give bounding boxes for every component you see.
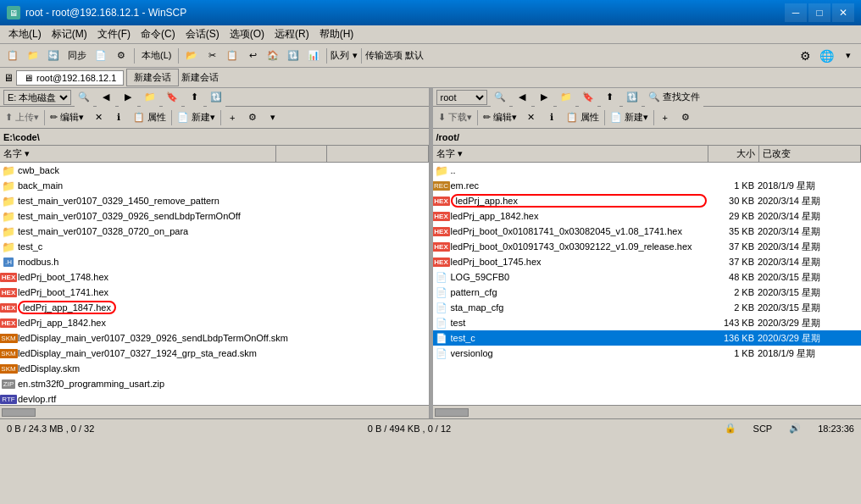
maximize-button[interactable]: □ xyxy=(808,3,830,22)
menu-remote[interactable]: 远程(R) xyxy=(269,25,314,43)
left-upload-btn[interactable]: ⬆ 上传▾ xyxy=(2,108,42,127)
right-icon2[interactable]: ⚙ xyxy=(676,108,695,127)
list-item[interactable]: 📄versionlog1 KB2018/1/9 星期 xyxy=(433,346,862,361)
list-item[interactable]: HEXledPrj_app.hex30 KB2020/3/14 星期 xyxy=(433,193,862,208)
list-item[interactable]: 📄pattern_cfg2 KB2020/3/15 星期 xyxy=(433,285,862,300)
list-item[interactable]: 📁back_main xyxy=(0,178,429,193)
left-nav-fwd[interactable]: ▶ xyxy=(119,88,137,107)
tb-icon4[interactable]: 📄 xyxy=(92,47,110,65)
right-up-btn[interactable]: ⬆ xyxy=(601,88,619,107)
right-home-btn[interactable]: 📁 xyxy=(557,88,575,107)
list-item[interactable]: 📄LOG_59CFB048 KB2020/3/15 星期 xyxy=(433,269,862,285)
right-scroll-h[interactable] xyxy=(433,405,862,418)
left-scroll-h[interactable] xyxy=(0,405,429,418)
left-up-btn[interactable]: ⬆ xyxy=(185,88,203,107)
right-file-list[interactable]: 📁..RECem.rec1 KB2018/1/9 星期HEXledPrj_app… xyxy=(433,163,862,405)
list-item[interactable]: HEXledPrj_boot_1748.hex xyxy=(0,269,429,285)
list-item[interactable]: SKMledDisplay_main_ver0107_0327_1924_grp… xyxy=(0,346,429,361)
right-nav-fwd[interactable]: ▶ xyxy=(535,88,553,107)
tb-icon8[interactable]: 📋 xyxy=(223,47,242,65)
list-item[interactable]: SKMledDisplay.skm xyxy=(0,361,429,376)
left-file-list[interactable]: 📁cwb_back📁back_main📁test_main_ver0107_03… xyxy=(0,163,429,405)
left-nav-btn[interactable]: ◀ xyxy=(97,88,115,107)
menu-mark[interactable]: 标记(M) xyxy=(47,25,92,43)
left-new-btn[interactable]: 📄 新建▾ xyxy=(174,108,219,127)
close-button[interactable]: ✕ xyxy=(832,3,854,22)
list-item[interactable]: HEXledPrj_app_1842.hex29 KB2020/3/14 星期 xyxy=(433,208,862,224)
right-del-btn[interactable]: ✕ xyxy=(522,108,541,127)
right-col-size[interactable]: 大小 xyxy=(708,146,759,162)
left-home-btn[interactable]: 📁 xyxy=(141,88,159,107)
tb-icon7[interactable]: ✂ xyxy=(203,47,221,65)
list-item[interactable]: ZIPen.stm32f0_programming_usart.zip xyxy=(0,376,429,391)
right-nav-back[interactable]: ◀ xyxy=(513,88,531,107)
tb-icon1[interactable]: 📋 xyxy=(3,47,22,65)
right-edit-btn[interactable]: ✏ 编辑▾ xyxy=(480,108,520,127)
menu-help[interactable]: 帮助(H) xyxy=(314,25,359,43)
list-item[interactable]: 📄sta_map_cfg2 KB2020/3/15 星期 xyxy=(433,300,862,315)
tb-icon6[interactable]: 📂 xyxy=(182,47,201,65)
list-item[interactable]: 📄test143 KB2020/3/29 星期 xyxy=(433,315,862,330)
list-item[interactable]: 📁.. xyxy=(433,163,862,178)
tb-icon12[interactable]: 📊 xyxy=(304,47,323,65)
left-icon2[interactable]: ⚙ xyxy=(243,108,262,127)
list-item[interactable]: SKMledDisplay_main_ver0107_0329_0926_sen… xyxy=(0,330,429,346)
menu-file[interactable]: 文件(F) xyxy=(92,25,136,43)
list-item[interactable]: 📁test_main_ver0107_0328_0720_on_para xyxy=(0,224,429,239)
list-item[interactable]: HEXledPrj_app_1847.hex xyxy=(0,300,429,315)
left-bookmark-btn[interactable]: 🔖 xyxy=(163,88,181,107)
left-icon3[interactable]: ▾ xyxy=(264,108,282,127)
tb-icon10[interactable]: 🏠 xyxy=(264,47,282,65)
tb-icon11[interactable]: 🔃 xyxy=(284,47,303,65)
tb-icon3[interactable]: 🔄 xyxy=(44,47,63,65)
left-drive-select[interactable]: E: 本地磁盘 xyxy=(3,90,71,105)
left-refresh-btn[interactable]: 🔃 xyxy=(207,88,225,107)
tb-icon-gear[interactable]: ⚙ xyxy=(796,47,814,65)
right-filter-btn[interactable]: 🔍 xyxy=(491,88,509,107)
tb-sync[interactable]: 同步 xyxy=(64,47,90,65)
list-item[interactable]: RTFdevlop.rtf xyxy=(0,391,429,405)
list-item[interactable]: HEXledPrj_boot_0x01091743_0x03092122_v1.… xyxy=(433,239,862,254)
left-prop-btn[interactable]: ℹ xyxy=(109,108,128,127)
list-item[interactable]: 📁cwb_back xyxy=(0,163,429,178)
right-scroll-thumb[interactable] xyxy=(435,408,469,417)
left-edit-btn[interactable]: ✏ 编辑▾ xyxy=(47,108,87,127)
tb-icon5[interactable]: ⚙ xyxy=(112,47,131,65)
left-del-btn[interactable]: ✕ xyxy=(89,108,108,127)
right-prop-btn[interactable]: ℹ xyxy=(542,108,561,127)
list-item[interactable]: .Hmodbus.h xyxy=(0,254,429,269)
left-col-size[interactable] xyxy=(276,146,327,162)
tb-icon9[interactable]: ↩ xyxy=(243,47,262,65)
left-filter-btn[interactable]: 🔍 xyxy=(75,88,93,107)
left-col-name[interactable]: 名字 ▾ xyxy=(0,146,276,162)
list-item[interactable]: HEXledPrj_boot_1741.hex xyxy=(0,285,429,300)
left-attr-btn[interactable]: 📋 属性 xyxy=(130,108,169,127)
right-new-btn[interactable]: 📄 新建▾ xyxy=(607,108,652,127)
list-item[interactable]: HEXledPrj_boot_0x01081741_0x03082045_v1.… xyxy=(433,224,862,239)
tb-icon-globe[interactable]: 🌐 xyxy=(816,47,837,65)
session-tab[interactable]: 🖥 root@192.168.12.1 xyxy=(16,70,124,86)
right-icon1[interactable]: + xyxy=(656,108,675,127)
right-refresh-btn[interactable]: 🔃 xyxy=(623,88,642,107)
list-item[interactable]: 📁test_c xyxy=(0,239,429,254)
menu-session[interactable]: 会话(S) xyxy=(181,25,225,43)
menu-local[interactable]: 本地(L) xyxy=(3,25,47,43)
left-icon1[interactable]: + xyxy=(223,108,242,127)
right-search-btn[interactable]: 🔍 查找文件 xyxy=(645,88,703,107)
menu-command[interactable]: 命令(C) xyxy=(136,25,181,43)
right-download-btn[interactable]: ⬇ 下载▾ xyxy=(435,108,475,127)
list-item[interactable]: 📄test_c136 KB2020/3/29 星期 xyxy=(433,330,862,346)
minimize-button[interactable]: ─ xyxy=(785,3,807,22)
list-item[interactable]: 📁test_main_ver0107_0329_0926_sendLbdpTer… xyxy=(0,208,429,224)
list-item[interactable]: RECem.rec1 KB2018/1/9 星期 xyxy=(433,178,862,193)
right-drive-select[interactable]: root xyxy=(436,90,487,105)
right-attr-btn[interactable]: 📋 属性 xyxy=(563,108,603,127)
tb-icon2[interactable]: 📁 xyxy=(24,47,42,65)
right-col-name[interactable]: 名字 ▾ xyxy=(433,146,709,162)
list-item[interactable]: HEXledPrj_app_1842.hex xyxy=(0,315,429,330)
list-item[interactable]: HEXledPrj_boot_1745.hex37 KB2020/3/14 星期 xyxy=(433,254,862,269)
tb-local[interactable]: 本地(L) xyxy=(138,47,175,65)
new-session-button[interactable]: 新建会话 xyxy=(126,69,179,86)
left-scroll-thumb[interactable] xyxy=(2,408,36,417)
tb-dropdown[interactable]: ▾ xyxy=(839,47,858,65)
